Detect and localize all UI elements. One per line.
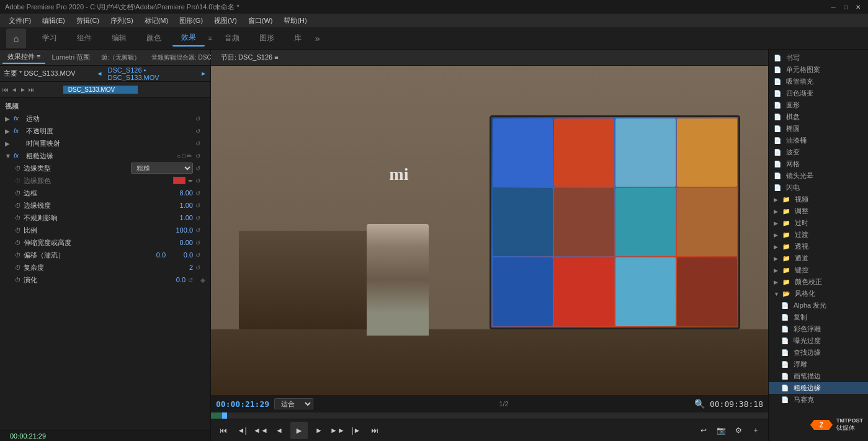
nav-tab-color[interactable]: 颜色: [138, 30, 170, 46]
clip-nav-left[interactable]: ◄: [97, 70, 103, 77]
tree-item-alpha-glow[interactable]: 📄 Alpha 发光: [769, 300, 868, 311]
tab-lumetri[interactable]: Lumetri 范围: [47, 51, 95, 63]
menu-file[interactable]: 文件(F): [4, 15, 36, 27]
reset-icon[interactable]: ↺: [195, 190, 205, 197]
tree-item-emboss[interactable]: 📄 浮雕: [769, 359, 868, 370]
effect-motion[interactable]: ▶ fx 运动 ↺: [0, 112, 210, 125]
play-backward-button[interactable]: ◄: [272, 423, 287, 438]
minimize-button[interactable]: ─: [828, 2, 838, 12]
tab-source[interactable]: 源:（无剪辑）: [96, 52, 145, 63]
go-to-start[interactable]: ⏮: [2, 86, 9, 93]
nav-tab-effects[interactable]: 效果: [172, 30, 205, 47]
clip-nav-right[interactable]: ►: [200, 70, 207, 77]
reset-icon[interactable]: ↺: [195, 177, 205, 184]
tree-item-grid[interactable]: 📄 网格: [769, 158, 868, 170]
zoom-icon[interactable]: 🔍: [694, 399, 705, 409]
add-marker-button[interactable]: +: [748, 423, 763, 438]
menu-graphics[interactable]: 图形(G): [174, 15, 208, 27]
tree-folder-transition[interactable]: ▶ 📁 过渡: [769, 229, 868, 241]
go-to-out-button[interactable]: ⏭: [367, 423, 382, 438]
tree-folder-channel[interactable]: ▶ 📁 通道: [769, 252, 868, 264]
step-fwd[interactable]: ►: [20, 86, 26, 93]
tree-folder-perspective[interactable]: ▶ 📁 透视: [769, 241, 868, 252]
tree-item-wave[interactable]: 📄 波变: [769, 146, 868, 158]
tab-effects-controls[interactable]: 效果控件 ≡: [2, 51, 45, 64]
tree-folder-keying[interactable]: ▶ 📁 键控: [769, 264, 868, 276]
reset-icon[interactable]: ↺: [195, 115, 205, 122]
forward-frame-button[interactable]: ►►: [330, 423, 345, 438]
stretch-value[interactable]: 0.00: [168, 239, 193, 246]
reset-icon[interactable]: ↺: [195, 140, 205, 147]
step-forward-button[interactable]: |►: [349, 423, 364, 438]
reset-icon[interactable]: ↺: [195, 239, 205, 246]
tree-item-checkerboard[interactable]: 📄 棋盘: [769, 111, 868, 123]
nav-tab-audio[interactable]: 音频: [216, 30, 248, 46]
fit-dropdown[interactable]: 适合 100% 50%: [274, 398, 313, 409]
reset-icon[interactable]: ↺: [195, 252, 205, 259]
color-swatch[interactable]: [173, 177, 186, 184]
effect-roughen-edges[interactable]: ▼ fx 粗糙边缘 ○ □ ✏ ↺: [0, 149, 210, 162]
menu-window[interactable]: 窗口(W): [243, 15, 278, 27]
settings-button[interactable]: ⚙: [731, 423, 746, 438]
program-monitor-tab[interactable]: 节目: DSC_S126 ≡: [216, 51, 284, 63]
tree-item-replicate[interactable]: 📄 复制: [769, 311, 868, 323]
menu-marker[interactable]: 标记(M): [140, 15, 174, 27]
tree-item-ellipse[interactable]: 📄 椭圆: [769, 123, 868, 135]
complexity-value[interactable]: 2: [168, 264, 193, 271]
loop-button[interactable]: ↩: [696, 423, 711, 438]
nav-tab-edit[interactable]: 编辑: [103, 30, 135, 46]
tree-item-color-emboss[interactable]: 📄 彩色浮雕: [769, 323, 868, 335]
tree-folder-video[interactable]: ▶ 📁 视频: [769, 194, 868, 205]
menu-view[interactable]: 视图(V): [209, 15, 242, 27]
home-button[interactable]: ⌂: [6, 29, 26, 48]
back-frame-button[interactable]: ◄◄: [253, 423, 268, 438]
nav-tab-learn[interactable]: 学习: [34, 30, 66, 46]
go-to-in-button[interactable]: ⏮: [216, 423, 231, 438]
tree-item-lightning[interactable]: 📄 闪电: [769, 182, 868, 194]
tree-item-write[interactable]: 📄 书写: [769, 52, 868, 64]
tree-folder-obsolete[interactable]: ▶ 📁 过时: [769, 217, 868, 229]
tree-item-circle[interactable]: 📄 圆形: [769, 99, 868, 111]
playhead-indicator[interactable]: [222, 412, 227, 419]
nav-more-button[interactable]: »: [315, 33, 320, 43]
effect-opacity[interactable]: ▶ fx 不透明度 ↺: [0, 125, 210, 137]
nav-tab-graphics[interactable]: 图形: [251, 30, 283, 46]
eyedropper-icon[interactable]: ✒: [188, 177, 193, 184]
tree-item-lens-flare[interactable]: 📄 镜头光晕: [769, 170, 868, 182]
tree-item-paint-bucket[interactable]: 📄 油漆桶: [769, 135, 868, 146]
edge-sharpness-value[interactable]: 1.00: [168, 202, 193, 209]
border-value[interactable]: 8.00: [168, 189, 193, 197]
nav-tab-library[interactable]: 库: [285, 30, 310, 46]
reset-icon[interactable]: ↺: [195, 202, 205, 209]
monitor-progress-bar[interactable]: [211, 412, 768, 419]
reset-icon[interactable]: ↺: [195, 128, 205, 135]
reset-icon[interactable]: ↺: [195, 264, 205, 271]
play-button[interactable]: ►: [290, 422, 308, 439]
tree-item-brush-strokes[interactable]: 📄 画笔描边: [769, 370, 868, 382]
tree-folder-adjust[interactable]: ▶ 📁 调整: [769, 205, 868, 217]
nav-tab-assembly[interactable]: 组件: [68, 30, 101, 46]
tree-item-mosaic[interactable]: 📄 马赛克: [769, 394, 868, 406]
step-back-button[interactable]: ◄|: [235, 423, 249, 438]
play-forward-button[interactable]: ►: [311, 423, 326, 438]
reset-icon[interactable]: ↺: [195, 153, 205, 159]
tree-item-eyedrop[interactable]: 📄 吸管填充: [769, 76, 868, 87]
offset-value2[interactable]: 0.0: [168, 251, 193, 259]
offset-value1[interactable]: 0.0: [141, 251, 166, 259]
evolution-value[interactable]: 0.0: [161, 276, 186, 283]
reset-icon[interactable]: ↺: [195, 227, 205, 234]
menu-clip[interactable]: 剪辑(C): [71, 15, 104, 27]
menu-sequence[interactable]: 序列(S): [105, 15, 138, 27]
effect-time-remap[interactable]: ▶ 时间重映射 ↺: [0, 137, 210, 149]
reset-icon[interactable]: ↺: [195, 165, 205, 172]
tree-item-find-edges[interactable]: 📄 查找边缘: [769, 347, 868, 359]
menu-edit[interactable]: 编辑(E): [37, 15, 70, 27]
tree-item-roughen-edges[interactable]: 📄 粗糙边缘: [769, 382, 868, 394]
go-to-end[interactable]: ⏭: [29, 86, 35, 93]
tree-item-cell-pattern[interactable]: 📄 单元格图案: [769, 64, 868, 76]
tree-item-overexpose[interactable]: 📄 曝光过度: [769, 335, 868, 347]
menu-help[interactable]: 帮助(H): [279, 15, 311, 27]
irregular-value[interactable]: 1.00: [168, 214, 193, 221]
tree-folder-stylize[interactable]: ▼ 📂 风格化: [769, 288, 868, 300]
step-back[interactable]: ◄: [11, 86, 17, 93]
